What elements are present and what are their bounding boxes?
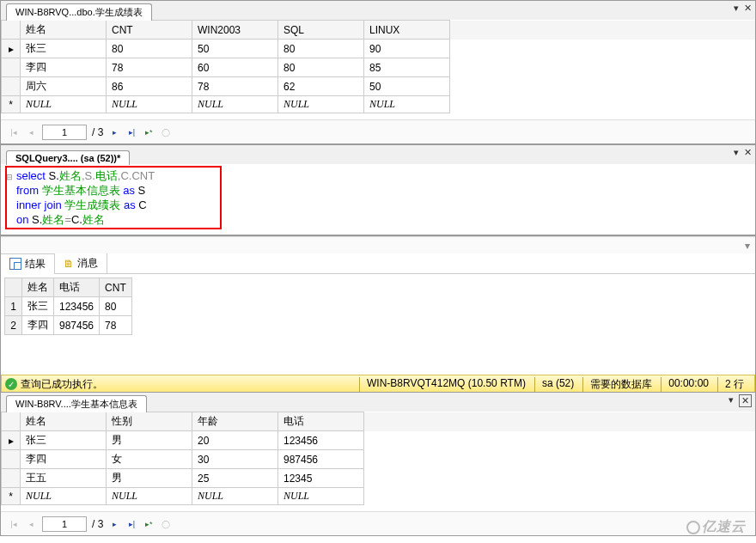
table-row[interactable]: 李四 78 60 80 85 — [2, 58, 755, 77]
table-row-new[interactable]: * NULL NULL NULL NULL — [2, 488, 755, 505]
col-name[interactable]: 姓名 — [21, 412, 107, 431]
tab-studentinfo[interactable]: WIN-B8RV....学生基本信息表 — [6, 395, 147, 412]
col-phone[interactable]: 电话 — [54, 278, 100, 297]
cell[interactable]: 80 — [107, 40, 192, 58]
cell-null[interactable]: NULL — [192, 96, 278, 113]
cell-null[interactable]: NULL — [107, 96, 192, 113]
dropdown-icon[interactable]: ▾ — [729, 394, 734, 407]
cell[interactable]: 78 — [192, 77, 278, 96]
table-row[interactable]: 周六 86 78 62 50 — [2, 77, 755, 96]
grid-icon — [9, 258, 21, 270]
close-icon[interactable]: ✕ — [744, 3, 752, 14]
cell[interactable]: 李四 — [21, 450, 107, 469]
cell[interactable]: 123456 — [278, 431, 364, 450]
tab-grades[interactable]: WIN-B8RVQ...dbo.学生成绩表 — [6, 3, 152, 21]
cell[interactable]: 78 — [107, 58, 192, 77]
cell-null[interactable]: NULL — [21, 96, 107, 113]
cell[interactable]: 25 — [192, 469, 278, 488]
new-row-icon: * — [2, 96, 21, 113]
col-win2003[interactable]: WIN2003 — [192, 21, 278, 40]
nav-last-icon[interactable]: ▸| — [125, 126, 137, 138]
student-info-table[interactable]: 姓名 性别 年龄 电话 ▸ 张三 男 20 123456 李四 女 30 987… — [1, 412, 755, 505]
cell-null[interactable]: NULL — [364, 96, 450, 113]
cell[interactable]: 张三 — [22, 297, 54, 316]
cell[interactable]: 12345 — [278, 469, 364, 488]
col-cnt[interactable]: CNT — [107, 21, 192, 40]
table-row[interactable]: 王五 男 25 12345 — [2, 469, 755, 488]
close-icon[interactable]: ✕ — [739, 394, 752, 407]
nav-last-icon[interactable]: ▸| — [125, 518, 137, 530]
col-sql[interactable]: SQL — [278, 21, 364, 40]
col-linux[interactable]: LINUX — [364, 21, 450, 40]
col-cnt[interactable]: CNT — [100, 278, 132, 297]
cell[interactable]: 78 — [100, 316, 132, 335]
nav-stop-icon[interactable]: ◯ — [160, 126, 172, 138]
nav-page-input[interactable] — [42, 516, 87, 532]
nav-new-icon[interactable]: ▸* — [143, 126, 155, 138]
cell[interactable]: 男 — [107, 431, 192, 450]
cell-null[interactable]: NULL — [192, 488, 278, 505]
col-name[interactable]: 姓名 — [21, 21, 107, 40]
cell[interactable]: 李四 — [22, 316, 54, 335]
cell[interactable]: 男 — [107, 469, 192, 488]
cell[interactable]: 85 — [364, 58, 450, 77]
col-name[interactable]: 姓名 — [22, 278, 54, 297]
cell[interactable]: 987456 — [54, 316, 100, 335]
cell[interactable]: 20 — [192, 431, 278, 450]
cell-null[interactable]: NULL — [21, 488, 107, 505]
nav-next-icon[interactable]: ▸ — [108, 518, 120, 530]
cell[interactable]: 123456 — [54, 297, 100, 316]
cell[interactable]: 987456 — [278, 450, 364, 469]
sql-editor[interactable]: ⊟select S.姓名,S.电话,C.CNT from 学生基本信息表 as … — [1, 164, 755, 233]
nav-prev-icon[interactable]: ◂ — [25, 126, 37, 138]
nav-prev-icon[interactable]: ◂ — [25, 518, 37, 530]
nav-new-icon[interactable]: ▸* — [143, 518, 155, 530]
cell[interactable]: 50 — [192, 40, 278, 58]
cell[interactable]: 周六 — [21, 77, 107, 96]
nav-first-icon[interactable]: |◂ — [8, 518, 20, 530]
cell[interactable]: 50 — [364, 77, 450, 96]
cell-null[interactable]: NULL — [278, 488, 364, 505]
results-table[interactable]: 姓名 电话 CNT 1 张三 123456 80 2 李四 987456 78 — [4, 278, 132, 335]
nav-first-icon[interactable]: |◂ — [8, 126, 20, 138]
cell[interactable]: 86 — [107, 77, 192, 96]
nav-page-input[interactable] — [42, 125, 87, 140]
cell[interactable]: 80 — [278, 40, 364, 58]
row-selector-icon[interactable]: ▸ — [2, 40, 21, 58]
dropdown-icon[interactable]: ▾ — [734, 3, 739, 14]
col-gender[interactable]: 性别 — [107, 412, 192, 431]
nav-next-icon[interactable]: ▸ — [108, 126, 120, 138]
cell-null[interactable]: NULL — [107, 488, 192, 505]
table-row[interactable]: 1 张三 123456 80 — [5, 297, 132, 316]
table-row[interactable]: 李四 女 30 987456 — [2, 450, 755, 469]
nav-stop-icon[interactable]: ◯ — [160, 518, 172, 530]
cell[interactable]: 90 — [364, 40, 450, 58]
tab-sqlquery[interactable]: SQLQuery3.... (sa (52))* — [6, 150, 130, 165]
cell[interactable]: 80 — [278, 58, 364, 77]
expand-icon[interactable]: ▾ — [745, 240, 750, 252]
cell-null[interactable]: NULL — [278, 96, 364, 113]
cell[interactable]: 李四 — [21, 58, 107, 77]
tab-results[interactable]: 结果 — [1, 253, 55, 274]
cell[interactable]: 女 — [107, 450, 192, 469]
tab-messages[interactable]: 🗎 消息 — [55, 253, 107, 273]
cell[interactable]: 62 — [278, 77, 364, 96]
col-phone[interactable]: 电话 — [278, 412, 364, 431]
cell[interactable]: 80 — [100, 297, 132, 316]
table-row-new[interactable]: * NULL NULL NULL NULL NULL — [2, 96, 755, 113]
collapse-icon[interactable]: ⊟ — [6, 173, 15, 183]
table-row[interactable]: 2 李四 987456 78 — [5, 316, 132, 335]
col-age[interactable]: 年龄 — [192, 412, 278, 431]
close-icon[interactable]: ✕ — [744, 147, 752, 158]
grades-table[interactable]: 姓名 CNT WIN2003 SQL LINUX ▸ 张三 80 50 80 9… — [1, 20, 755, 113]
cell[interactable]: 60 — [192, 58, 278, 77]
row-selector-icon[interactable]: ▸ — [2, 431, 21, 450]
cell[interactable]: 30 — [192, 450, 278, 469]
cell[interactable]: 张三 — [21, 431, 107, 450]
table-row[interactable]: ▸ 张三 80 50 80 90 — [2, 40, 755, 58]
table-row[interactable]: ▸ 张三 男 20 123456 — [2, 431, 755, 450]
cell[interactable]: 王五 — [21, 469, 107, 488]
dropdown-icon[interactable]: ▾ — [734, 147, 739, 158]
status-message: 查询已成功执行。 — [21, 377, 103, 392]
cell[interactable]: 张三 — [21, 40, 107, 58]
